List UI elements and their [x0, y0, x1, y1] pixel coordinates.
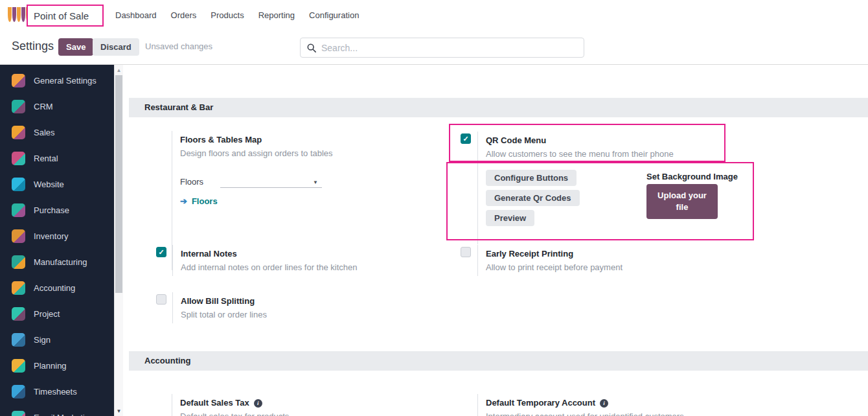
sidebar-item-label: Website [34, 179, 64, 189]
sidebar-item-label: Purchase [34, 205, 69, 215]
page-title: Settings [12, 40, 54, 53]
topbar: Point of Sale DashboardOrdersProductsRep… [0, 0, 868, 30]
scrollbar-thumb[interactable] [115, 75, 122, 293]
setting-description: Add internal notes on order lines for th… [181, 261, 431, 273]
app-icon [12, 281, 25, 295]
checkbox-internal-notes[interactable] [156, 247, 166, 257]
sidebar-item-label: Project [34, 309, 60, 319]
topbar-menu-item[interactable]: Orders [164, 10, 204, 20]
app-icon [12, 100, 25, 113]
sidebar-item[interactable]: Purchase [0, 197, 114, 223]
sidebar-item-label: Accounting [34, 283, 75, 293]
sidebar-item[interactable]: Rental [0, 145, 114, 171]
sidebar-item[interactable]: Website [0, 171, 114, 197]
setting-title: Allow Bill Splitting [181, 295, 431, 307]
sidebar-item[interactable]: Email Marketing [0, 404, 114, 416]
upload-your-file-button[interactable]: Upload your file [646, 184, 718, 219]
setting-title: Default Sales Taxi [180, 397, 431, 409]
sidebar-item[interactable]: Manufacturing [0, 249, 114, 275]
sidebar-item[interactable]: Sales [0, 119, 114, 145]
topbar-menus: DashboardOrdersProductsReportingConfigur… [108, 0, 366, 30]
setting-description: Design floors and assign orders to table… [180, 147, 431, 159]
scrollbar-up-arrow[interactable]: ▲ [115, 66, 123, 75]
topbar-menu-item[interactable]: Products [203, 10, 251, 20]
sidebar-item[interactable]: Accounting [0, 275, 114, 301]
sidebar-scrollbar[interactable]: ▲ ▼ [114, 65, 123, 416]
setting-early-receipt-printing: Early Receipt Printing Allow to print re… [477, 245, 737, 276]
qr-action-button[interactable]: Generate Qr Codes [486, 190, 580, 206]
control-panel: Settings Save Discard Unsaved changes [0, 30, 868, 65]
setting-title: Internal Notes [181, 248, 431, 260]
sidebar-item-label: Sign [34, 335, 51, 345]
floors-internal-link[interactable]: ➔Floors [180, 196, 431, 206]
setting-description: Default sales tax for products [180, 410, 431, 416]
setting-qr-code-menu: QR Code Menu Allow customers to see the … [477, 132, 756, 244]
setting-title: Floors & Tables Map [180, 133, 431, 146]
info-icon: i [254, 399, 262, 408]
sidebar-item[interactable]: Timesheets [0, 378, 114, 404]
search-input[interactable] [321, 43, 577, 53]
sidebar-item[interactable]: CRM [0, 93, 114, 119]
sidebar-item-label: Rental [34, 154, 58, 163]
setting-description: Split total or order lines [181, 308, 431, 321]
app-icon [12, 152, 25, 165]
setting-description: Allow to print receipt before payment [486, 261, 737, 273]
topbar-menu-item[interactable]: Reporting [251, 10, 302, 20]
section-header-restaurant-bar: Restaurant & Bar [129, 98, 868, 117]
settings-sidebar: General Settings CRM Sales Rental Websit… [0, 65, 114, 416]
sidebar-item[interactable]: Sign [0, 327, 114, 352]
set-background-image-label: Set Background Image [646, 172, 738, 181]
app-icon [12, 255, 25, 269]
app-icon [12, 359, 25, 373]
sidebar-item-label: CRM [34, 102, 53, 111]
app-menu-point-of-sale[interactable]: Point of Sale [27, 5, 104, 27]
sidebar-item-label: Planning [34, 361, 67, 371]
setting-description: Intermediary account used for unidentifi… [486, 410, 756, 416]
app-icon [12, 178, 25, 191]
topbar-menu-item[interactable]: Dashboard [108, 10, 164, 20]
checkbox-early-receipt-printing[interactable] [461, 247, 471, 257]
app-icon [12, 333, 25, 347]
search-icon [307, 43, 316, 52]
sidebar-item-label: Timesheets [34, 387, 77, 397]
sidebar-item-label: Email Marketing [34, 413, 94, 416]
checkbox-qr-code-menu[interactable] [461, 133, 471, 144]
setting-allow-bill-splitting: Allow Bill Splitting Split total or orde… [172, 292, 431, 323]
sidebar-item[interactable]: Inventory [0, 223, 114, 249]
sidebar-item-label: Inventory [34, 231, 68, 241]
settings-content: Restaurant & Bar Floors & Tables Map Des… [123, 65, 868, 416]
app-icon [12, 203, 25, 217]
setting-default-temporary-account: Default Temporary Accounti Intermediary … [477, 394, 756, 416]
sidebar-item[interactable]: Planning [0, 352, 114, 378]
app-icon [12, 126, 25, 139]
sidebar-item-label: Sales [34, 128, 55, 137]
app-icon [12, 411, 25, 416]
save-button[interactable]: Save [58, 38, 93, 56]
app-icon [12, 385, 25, 399]
pos-settings-screen: Point of Sale DashboardOrdersProductsRep… [0, 0, 868, 416]
discard-button[interactable]: Discard [93, 38, 139, 56]
scrollbar-down-arrow[interactable]: ▼ [115, 407, 123, 416]
qr-action-button[interactable]: Preview [486, 210, 534, 226]
sidebar-item[interactable]: General Settings [0, 67, 114, 93]
settings-search-box[interactable] [300, 38, 584, 58]
app-icon [12, 229, 25, 243]
floors-select[interactable]: ▼ [220, 176, 322, 188]
chevron-down-icon: ▼ [313, 179, 318, 185]
sidebar-item[interactable]: Project [0, 301, 114, 327]
setting-title: Early Receipt Printing [486, 248, 737, 260]
app-name: Point of Sale [34, 10, 89, 21]
app-icon [12, 307, 25, 321]
qr-action-button[interactable]: Configure Buttons [486, 170, 577, 186]
checkbox-allow-bill-splitting[interactable] [156, 294, 166, 305]
setting-description: Allow customers to see the menu from the… [486, 148, 756, 160]
setting-internal-notes: Internal Notes Add internal notes on ord… [172, 245, 431, 276]
sidebar-item-label: General Settings [34, 76, 97, 86]
unsaved-changes-status: Unsaved changes [145, 41, 212, 51]
app-icon [12, 74, 25, 87]
setting-default-sales-tax: Default Sales Taxi Default sales tax for… [172, 394, 431, 416]
sidebar-item-label: Manufacturing [34, 257, 87, 267]
floors-field-label: Floors [180, 176, 220, 188]
topbar-menu-item[interactable]: Configuration [302, 10, 366, 20]
section-header-accounting: Accounting [129, 351, 868, 371]
